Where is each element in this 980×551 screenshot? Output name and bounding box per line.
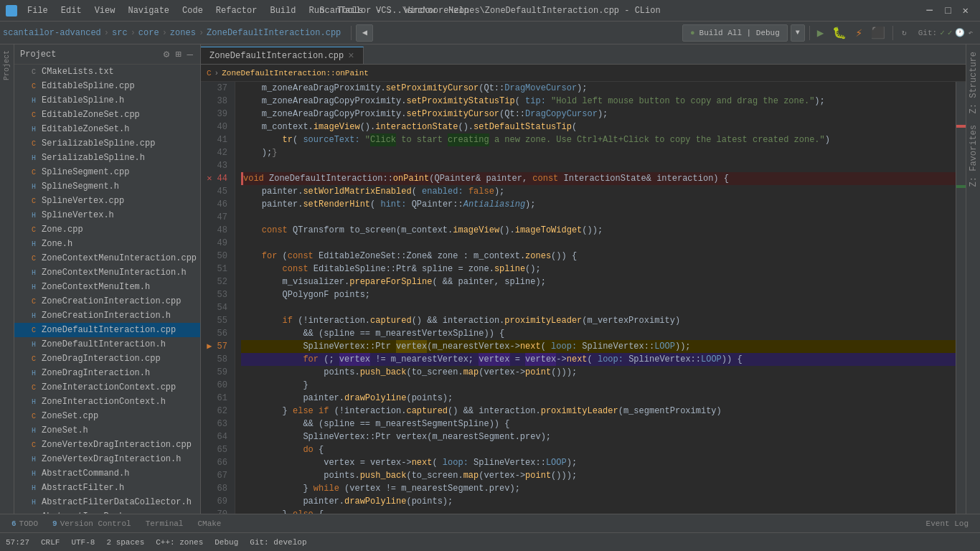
- file-item-editablespline-h[interactable]: H EditableSpline.h: [14, 93, 200, 108]
- stop-button[interactable]: ⬛: [868, 26, 888, 40]
- file-item-cmakelists[interactable]: C CMakeLists.txt: [14, 65, 200, 79]
- file-item-zonecontextmenuinteraction-h[interactable]: H ZoneContextMenuInteraction.h: [14, 265, 200, 280]
- menu-refactor[interactable]: Refactor: [210, 4, 263, 17]
- tab-close-button[interactable]: ×: [348, 50, 354, 62]
- git-update-button[interactable]: ↻: [897, 27, 911, 39]
- file-item-zonecreationinteraction-cpp[interactable]: C ZoneCreationInteraction.cpp: [14, 294, 200, 309]
- menu-file[interactable]: File: [22, 4, 54, 17]
- file-name: ZoneDragInteraction.h: [42, 368, 150, 378]
- file-item-abstracticonpack-cpp[interactable]: C AbstractIconPack.cpp: [14, 509, 200, 514]
- cmake-tab[interactable]: CMake: [192, 518, 227, 529]
- file-item-zonecontextmenuinteraction-cpp[interactable]: C ZoneContextMenuInteraction.cpp: [14, 251, 200, 265]
- cmake-tab-label: CMake: [197, 519, 221, 528]
- breadcrumb-file[interactable]: ZoneDefaultInteraction.cpp: [207, 28, 341, 38]
- sidebar-title: Project: [20, 50, 159, 60]
- maximize-button[interactable]: □: [939, 5, 956, 17]
- file-item-splinesegment-cpp[interactable]: C SplineSegment.cpp: [14, 165, 200, 179]
- cpp-icon: C: [29, 354, 39, 364]
- breadcrumb-zones[interactable]: zones: [170, 28, 196, 38]
- sidebar-settings-icon[interactable]: ⚙: [162, 47, 171, 62]
- file-item-serializablespline-cpp[interactable]: C SerializableSpline.cpp: [14, 136, 200, 151]
- cpp-icon: C: [29, 411, 39, 421]
- file-item-abstractfilter-h[interactable]: H AbstractFilter.h: [14, 481, 200, 495]
- file-name: ZoneInteractionContext.h: [42, 397, 166, 407]
- file-name: CMakeLists.txt: [42, 67, 114, 77]
- file-item-zonedefaultinteraction-cpp[interactable]: C ZoneDefaultInteraction.cpp: [14, 323, 200, 337]
- code-line-40: m_context.imageView().interactionState()…: [241, 121, 956, 133]
- menu-build[interactable]: Build: [264, 4, 301, 17]
- file-item-serializablespline-h[interactable]: H SerializableSpline.h: [14, 151, 200, 165]
- code-line-52: m_visualizer.prepareForSpline( && painte…: [241, 276, 956, 288]
- file-item-splinevertex-h[interactable]: H SplineVertex.h: [14, 208, 200, 222]
- structure-tab[interactable]: Z: Structure: [967, 47, 980, 118]
- file-item-zone-cpp[interactable]: C Zone.cpp: [14, 222, 200, 237]
- tab-zonedefaultinteraction[interactable]: ZoneDefaultInteraction.cpp ×: [201, 47, 364, 64]
- file-item-zonedefaultinteraction-h[interactable]: H ZoneDefaultInteraction.h: [14, 337, 200, 352]
- build-all-button[interactable]: ● Build All | Debug: [682, 24, 788, 42]
- version-control-tab[interactable]: 9 Version Control: [47, 518, 137, 529]
- code-line-62: } else if (!interaction.captured() && in…: [241, 405, 956, 418]
- terminal-tab[interactable]: Terminal: [140, 518, 189, 529]
- code-line-68: } while (vertex != m_nearestSegment.prev…: [241, 482, 956, 495]
- language-label: C++: zones: [156, 538, 203, 547]
- file-item-splinesegment-h[interactable]: H SplineSegment.h: [14, 179, 200, 194]
- file-item-zonecreationinteraction-h[interactable]: H ZoneCreationInteraction.h: [14, 309, 200, 323]
- build-config-dropdown[interactable]: ▼: [791, 24, 805, 42]
- code-line-51: const EditableSpline::Ptr& spline = zone…: [241, 263, 956, 276]
- attach-button[interactable]: ⚡: [852, 26, 865, 40]
- run-button[interactable]: ▶: [814, 26, 827, 40]
- sidebar-collapse-icon[interactable]: —: [186, 47, 194, 62]
- file-item-zonedraginteraction-cpp[interactable]: C ZoneDragInteraction.cpp: [14, 352, 200, 366]
- file-item-editablespline-cpp[interactable]: C EditableSpline.cpp: [14, 79, 200, 93]
- code-editor[interactable]: 37 38 39 40 41 42 43 ✕ 44 45 46 47 48 49…: [201, 82, 966, 514]
- right-scroll-indicator[interactable]: [956, 82, 966, 514]
- line-numbers: 37 38 39 40 41 42 43 ✕ 44 45 46 47 48 49…: [201, 82, 235, 514]
- file-item-zoneset-cpp[interactable]: C ZoneSet.cpp: [14, 409, 200, 423]
- file-name: SerializableSpline.cpp: [42, 138, 155, 149]
- breadcrumb-core[interactable]: core: [138, 28, 159, 38]
- file-item-editablezoneset-cpp[interactable]: C EditableZoneSet.cpp: [14, 108, 200, 122]
- file-item-zoneset-h[interactable]: H ZoneSet.h: [14, 423, 200, 438]
- project-tab[interactable]: Project: [1, 44, 12, 86]
- indent-status[interactable]: 2 spaces: [106, 538, 144, 547]
- file-item-zoneinteractioncontext-h[interactable]: H ZoneInteractionContext.h: [14, 395, 200, 409]
- build-label: Build All | Debug: [699, 29, 780, 37]
- git-branch-label: Git: develop: [250, 538, 306, 547]
- header-icon: H: [29, 124, 39, 134]
- file-item-zonevertexdraginteraction-h[interactable]: H ZoneVertexDragInteraction.h: [14, 452, 200, 466]
- menu-view[interactable]: View: [89, 4, 121, 17]
- file-item-zone-h[interactable]: H Zone.h: [14, 237, 200, 251]
- code-content[interactable]: m_zoneAreaDragProximity.setProximityCurs…: [235, 82, 956, 514]
- menu-navigate[interactable]: Navigate: [122, 4, 175, 17]
- file-item-splinevertex-cpp[interactable]: C SplineVertex.cpp: [14, 194, 200, 208]
- sidebar-expand-icon[interactable]: ⊞: [174, 47, 182, 62]
- menu-code[interactable]: Code: [176, 4, 209, 17]
- file-item-editablezoneset-h[interactable]: H EditableZoneSet.h: [14, 122, 200, 136]
- git-branch-status: Git: develop: [250, 538, 306, 547]
- file-name: AbstractFilter.h: [42, 483, 124, 493]
- favorites-tab[interactable]: Z: Favorites: [967, 121, 980, 191]
- nav-back-button[interactable]: ◀: [356, 24, 373, 42]
- header-icon: H: [29, 239, 39, 249]
- file-item-abstractcommand-h[interactable]: H AbstractCommand.h: [14, 466, 200, 481]
- git-status-button[interactable]: Git: ✓ ✓ 🕐 ↶: [914, 27, 977, 39]
- line-ending-status[interactable]: CRLF: [41, 538, 60, 547]
- todo-tab[interactable]: 6 TODO: [6, 518, 44, 529]
- debug-button[interactable]: 🐛: [829, 26, 849, 40]
- file-item-zonecontextmenuitem-h[interactable]: H ZoneContextMenuItem.h: [14, 280, 200, 294]
- breadcrumb-project[interactable]: scantailor-advanced: [3, 28, 101, 38]
- event-log-tab[interactable]: Event Log: [920, 518, 974, 529]
- header-icon: H: [29, 153, 39, 163]
- menu-edit[interactable]: Edit: [55, 4, 88, 17]
- minimize-button[interactable]: −: [920, 4, 939, 18]
- file-item-zoneinteractioncontext-cpp[interactable]: C ZoneInteractionContext.cpp: [14, 380, 200, 395]
- file-item-zonevertexdraginteraction-cpp[interactable]: C ZoneVertexDragInteraction.cpp: [14, 438, 200, 452]
- file-name: ZoneVertexDragInteraction.cpp: [42, 440, 192, 450]
- encoding-status[interactable]: UTF-8: [71, 538, 95, 547]
- breadcrumb-src[interactable]: src: [112, 28, 128, 38]
- close-button[interactable]: ✕: [957, 4, 974, 17]
- file-item-abstractfilterdatacollector-h[interactable]: H AbstractFilterDataCollector.h: [14, 495, 200, 509]
- file-item-zonedraginteraction-h[interactable]: H ZoneDragInteraction.h: [14, 366, 200, 380]
- language-status[interactable]: C++: zones: [156, 538, 203, 547]
- warning-indicator: [956, 185, 966, 188]
